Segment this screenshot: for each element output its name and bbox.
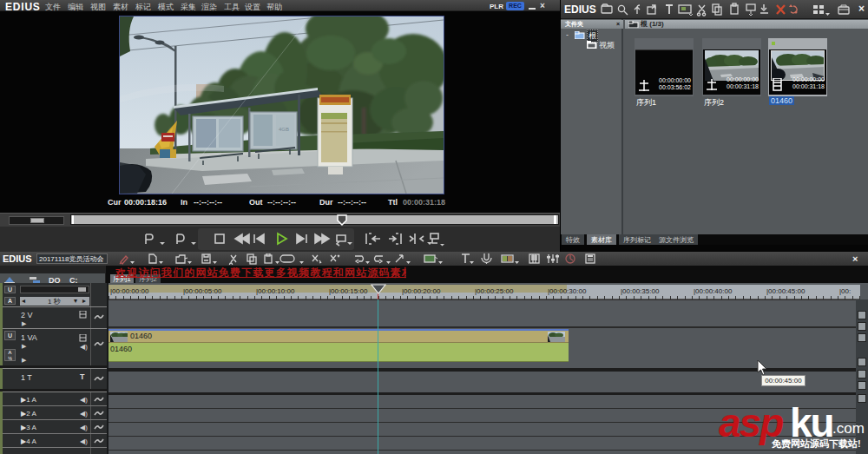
svg-text:4GB: 4GB (279, 127, 289, 132)
